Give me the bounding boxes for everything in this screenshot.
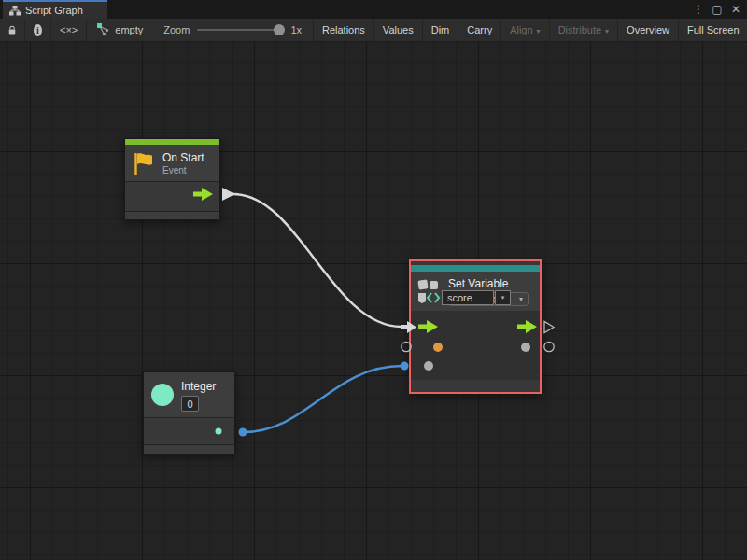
selection-indicator: empty: [87, 19, 152, 41]
integer-ports: [144, 417, 234, 444]
close-icon[interactable]: ✕: [728, 2, 743, 17]
menu-icon[interactable]: ⋮: [691, 2, 706, 17]
tab-bar: Script Graph ⋮ ▢ ✕: [0, 0, 747, 19]
flag-icon: [133, 151, 155, 175]
control-wire[interactable]: [233, 194, 402, 327]
connections-layer: [0, 84, 747, 560]
zoom-slider[interactable]: [197, 29, 283, 31]
set-variable-ports: score ▾: [411, 311, 540, 380]
integer-type-icon: [151, 384, 174, 406]
chevron-down-icon: ▾: [605, 27, 609, 35]
chevron-down-icon: ▾: [519, 295, 523, 303]
node-title: Integer: [181, 380, 216, 393]
wire-start-dot: [239, 428, 247, 437]
zoom-label: Zoom: [163, 24, 190, 35]
integer-value-field[interactable]: 0: [181, 396, 199, 412]
graph-icon: [9, 6, 21, 16]
node-title: Set Variable: [448, 277, 529, 290]
dim-button[interactable]: Dim: [422, 19, 458, 41]
zoom-control: Zoom 1x: [152, 19, 313, 41]
info-icon: i: [34, 24, 42, 36]
graph-selection-icon: [96, 23, 109, 36]
variable-name-field[interactable]: score: [442, 290, 494, 305]
chevron-down-icon: ▾: [501, 294, 505, 301]
distribute-button[interactable]: Distribute▾: [549, 19, 617, 41]
node-footer: [144, 444, 234, 454]
code-angle-brackets-icon: <×>: [60, 24, 78, 35]
zoom-value: 1x: [290, 24, 302, 35]
relations-button[interactable]: Relations: [313, 19, 374, 41]
lock-button[interactable]: [0, 19, 25, 41]
script-graph-window: Script Graph ⋮ ▢ ✕ i <×>: [0, 0, 747, 560]
value-wire[interactable]: [243, 366, 402, 432]
fullscreen-button[interactable]: Full Screen: [678, 19, 747, 41]
node-footer: [125, 211, 219, 219]
code-preview-button[interactable]: <×>: [51, 19, 87, 41]
wire-start-arrow: [222, 188, 235, 201]
tab-title: Script Graph: [25, 5, 83, 16]
carry-button[interactable]: Carry: [458, 19, 500, 41]
toolbar-buttons: Relations Values Dim Carry Align▾ Distri…: [313, 19, 747, 41]
lock-icon: [8, 24, 16, 36]
chevron-down-icon: ▾: [537, 27, 541, 35]
zoom-slider-knob[interactable]: [274, 24, 285, 35]
tab-script-graph[interactable]: Script Graph: [3, 0, 107, 19]
on-start-ports: [125, 181, 219, 211]
variable-color-bar: [411, 265, 540, 272]
node-footer: [411, 380, 540, 390]
graph-canvas[interactable]: On Start Event Integer 0: [0, 42, 747, 560]
window-controls: ⋮ ▢ ✕: [691, 0, 743, 19]
set-variable-icon: [417, 279, 442, 304]
node-title: On Start: [162, 151, 204, 164]
inspect-button[interactable]: i: [25, 19, 51, 41]
variable-name-dropdown[interactable]: ▾: [495, 290, 511, 305]
node-set-variable[interactable]: Set Variable Application ▾ score ▾: [411, 261, 540, 392]
node-on-start[interactable]: On Start Event: [124, 138, 220, 220]
graph-toolbar: i <×> empty Zoom 1x Relations Va: [0, 19, 747, 42]
values-button[interactable]: Values: [374, 19, 422, 41]
node-integer[interactable]: Integer 0: [143, 371, 235, 455]
node-subtitle: Event: [162, 165, 204, 175]
unconnected-control-marker: [544, 322, 554, 333]
selection-outline: Set Variable Application ▾ score ▾: [409, 259, 542, 394]
unconnected-value-marker: [544, 342, 554, 351]
selection-label: empty: [115, 24, 143, 35]
maximize-icon[interactable]: ▢: [710, 2, 725, 17]
align-button[interactable]: Align▾: [500, 19, 548, 41]
overview-button[interactable]: Overview: [617, 19, 678, 41]
wire-end-dot: [401, 362, 409, 371]
